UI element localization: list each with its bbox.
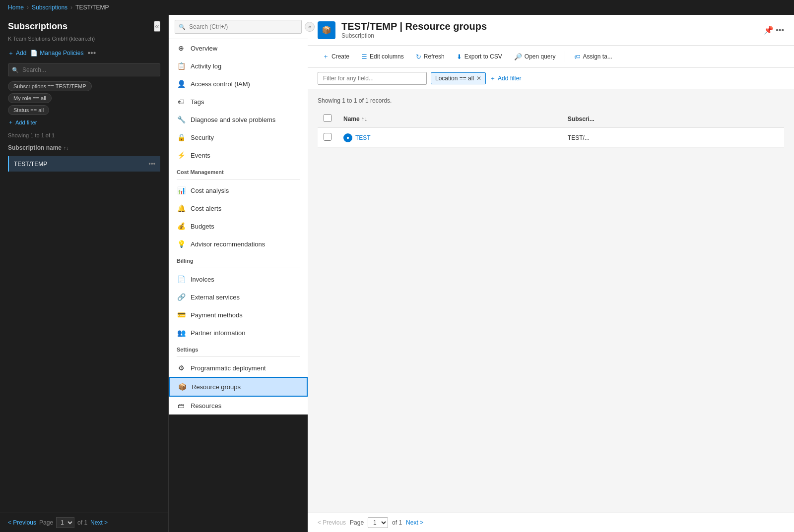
- nav-item-diagnose[interactable]: 🔧 Diagnose and solve problems: [169, 111, 308, 128]
- open-query-button[interactable]: 🔎 Open query: [509, 51, 561, 63]
- cost-alerts-icon: 🔔: [177, 204, 186, 213]
- overview-icon: ⊕: [177, 44, 186, 53]
- assign-tag-button[interactable]: 🏷 Assign ta...: [569, 51, 617, 63]
- export-icon: ⬇: [457, 53, 462, 60]
- subscription-column-header: Subscri...: [562, 110, 784, 128]
- nav-item-tags[interactable]: 🏷 Tags: [169, 93, 308, 111]
- nav-item-events[interactable]: ⚡ Events: [169, 146, 308, 164]
- nav-item-advisor[interactable]: 💡 Advisor recommendations: [169, 235, 308, 253]
- header-more-button[interactable]: •••: [776, 26, 784, 35]
- content-next-button[interactable]: Next >: [406, 519, 423, 526]
- add-filter-label: Add filter: [15, 119, 37, 125]
- table-header-row: Name ↑↓ Subscri...: [318, 110, 784, 128]
- content-add-filter-icon: ＋: [490, 74, 496, 83]
- left-next-button[interactable]: Next >: [90, 519, 108, 526]
- role-filter-pill[interactable]: My role == all: [8, 93, 52, 103]
- edit-columns-icon: ☰: [361, 53, 367, 60]
- left-panel-header: Subscriptions «: [0, 15, 168, 36]
- nav-item-external-services[interactable]: 🔗 External services: [169, 288, 308, 306]
- content-header-icon: 📦: [318, 21, 335, 39]
- add-filter-pill-button[interactable]: ＋ Add filter: [8, 117, 160, 127]
- row-checkbox-cell: [318, 128, 337, 148]
- nav-item-activity-log[interactable]: 📋 Activity log: [169, 57, 308, 75]
- nav-item-resource-groups[interactable]: 📦 Resource groups: [169, 377, 308, 397]
- breadcrumb-home[interactable]: Home: [8, 4, 24, 11]
- nav-item-resource-groups-label: Resource groups: [192, 383, 241, 391]
- nav-item-cost-analysis[interactable]: 📊 Cost analysis: [169, 181, 308, 199]
- subscription-filter-pill[interactable]: Subscriptions == TEST/TEMP: [8, 81, 92, 91]
- nav-item-security[interactable]: 🔒 Security: [169, 128, 308, 146]
- nav-item-partner-info-label: Partner information: [191, 329, 246, 337]
- subscription-item-more[interactable]: •••: [148, 160, 155, 168]
- status-filter-pill[interactable]: Status == all: [8, 105, 49, 115]
- left-previous-button[interactable]: < Previous: [8, 519, 36, 526]
- resource-row-icon: ●: [343, 133, 352, 142]
- location-filter-close[interactable]: ✕: [476, 75, 481, 82]
- assign-tag-icon: 🏷: [574, 53, 581, 60]
- export-csv-button[interactable]: ⬇ Export to CSV: [452, 51, 507, 63]
- content-previous-button[interactable]: < Previous: [318, 519, 346, 526]
- manage-policies-label: Manage Policies: [40, 50, 83, 57]
- location-filter-pill[interactable]: Location == all ✕: [431, 72, 486, 84]
- open-query-icon: 🔎: [514, 53, 522, 60]
- nav-item-security-label: Security: [191, 134, 214, 141]
- nav-item-payment-methods[interactable]: 💳 Payment methods: [169, 306, 308, 324]
- nav-item-cost-alerts[interactable]: 🔔 Cost alerts: [169, 199, 308, 217]
- field-filter-input[interactable]: [318, 72, 427, 85]
- breadcrumb-sep-1: ›: [27, 4, 29, 11]
- refresh-button[interactable]: ↻ Refresh: [411, 51, 450, 63]
- nav-item-budgets[interactable]: 💰 Budgets: [169, 217, 308, 235]
- pin-button[interactable]: 📌: [764, 25, 774, 35]
- nav-panel-wrapper: 🔍 « ⊕ Overview 📋 Activity log 👤 Access c…: [169, 15, 308, 532]
- left-search-icon: 🔍: [12, 67, 19, 73]
- add-label: Add: [16, 50, 26, 57]
- nav-search-icon: 🔍: [179, 24, 186, 30]
- cost-management-divider: [177, 179, 300, 179]
- content-page-select[interactable]: 1: [368, 517, 388, 528]
- content-add-filter-label: Add filter: [498, 75, 521, 82]
- nav-item-activity-log-label: Activity log: [191, 62, 221, 70]
- breadcrumb-subscriptions[interactable]: Subscriptions: [32, 4, 67, 11]
- edit-columns-label: Edit columns: [370, 53, 404, 60]
- nav-item-access-control-label: Access control (IAM): [191, 80, 250, 88]
- nav-item-invoices[interactable]: 📄 Invoices: [169, 270, 308, 288]
- nav-item-cost-analysis-label: Cost analysis: [191, 187, 229, 194]
- left-page-label: Page: [39, 519, 53, 526]
- refresh-icon: ↻: [416, 53, 421, 60]
- left-toolbar-more-button[interactable]: •••: [87, 49, 96, 58]
- nav-item-programmatic-deployment[interactable]: ⚙ Programmatic deployment: [169, 359, 308, 377]
- nav-item-overview[interactable]: ⊕ Overview: [169, 39, 308, 57]
- open-query-label: Open query: [525, 53, 556, 60]
- left-panel-title: Subscriptions: [8, 21, 67, 32]
- left-search-area: 🔍: [0, 60, 168, 79]
- edit-columns-button[interactable]: ☰ Edit columns: [356, 51, 409, 63]
- left-page-select[interactable]: 1: [56, 517, 74, 528]
- create-icon: ＋: [323, 52, 329, 61]
- collapse-left-panel-button[interactable]: «: [154, 21, 160, 32]
- name-column-header[interactable]: Name ↑↓: [337, 110, 562, 128]
- nav-item-access-control[interactable]: 👤 Access control (IAM): [169, 75, 308, 93]
- nav-item-resources[interactable]: 🗃 Resources: [169, 397, 308, 414]
- manage-policies-button[interactable]: 📄 Manage Policies: [30, 50, 83, 57]
- cost-analysis-icon: 📊: [177, 186, 186, 195]
- sort-icon: ↑↓: [64, 145, 68, 151]
- left-search-input[interactable]: [8, 63, 160, 76]
- nav-item-resources-label: Resources: [191, 402, 221, 410]
- subscription-item[interactable]: TEST/TEMP •••: [8, 156, 160, 172]
- external-services-icon: 🔗: [177, 293, 186, 301]
- content-add-filter-button[interactable]: ＋ Add filter: [490, 74, 521, 83]
- nav-search-input[interactable]: [175, 20, 302, 34]
- breadcrumb-sep-2: ›: [70, 4, 72, 11]
- resource-name: TEST: [355, 134, 371, 141]
- row-checkbox[interactable]: [324, 133, 331, 141]
- resource-name-link[interactable]: ● TEST: [343, 133, 556, 142]
- nav-item-partner-info[interactable]: 👥 Partner information: [169, 324, 308, 342]
- row-subscription-cell: TEST/...: [562, 128, 784, 148]
- select-all-checkbox[interactable]: [324, 114, 331, 122]
- left-of-label: of 1: [77, 519, 87, 526]
- assign-tag-label: Assign ta...: [583, 53, 612, 60]
- content-header-actions: 📌 •••: [764, 25, 784, 35]
- create-button[interactable]: ＋ Create: [318, 50, 354, 63]
- left-panel-subtitle: K Team Solutions GmbH (kteam.ch): [0, 36, 168, 46]
- add-button[interactable]: ＋ Add: [8, 49, 26, 58]
